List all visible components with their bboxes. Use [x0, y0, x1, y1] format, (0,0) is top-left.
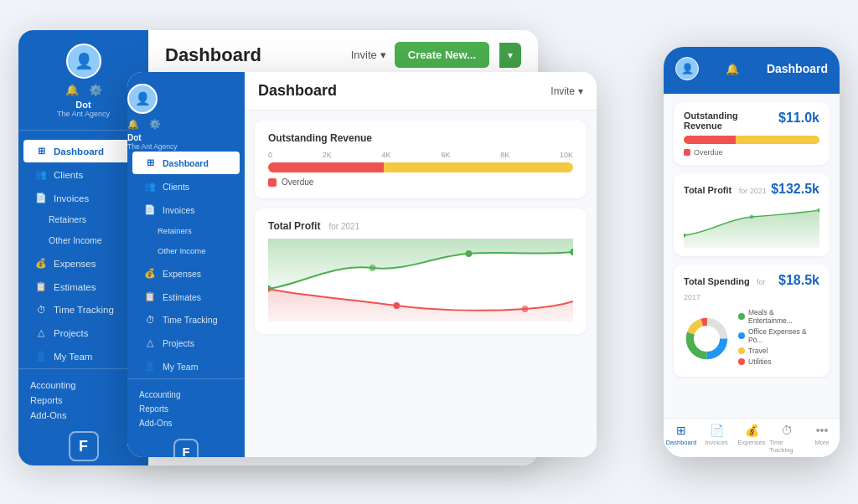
t2-sidebar-item-clients[interactable]: 👥 Clients: [132, 175, 240, 198]
t2-sidebar-item-invoices[interactable]: 📄 Invoices: [132, 198, 240, 221]
t2-bell-icon[interactable]: 🔔: [127, 119, 139, 130]
phone-spending-card: Total Spending for 2017 $18.5k: [674, 265, 830, 377]
t2-overdue-bar: [268, 162, 384, 172]
accounting-link[interactable]: Accounting: [30, 378, 137, 393]
office-label: Office Expenses & Po...: [748, 327, 819, 344]
t2-sidebar-item-time[interactable]: ⏱ Time Tracking: [132, 309, 240, 331]
gear-icon[interactable]: ⚙️: [89, 84, 102, 96]
t2-label-retainers: Retainers: [158, 226, 192, 235]
legend-item-travel: Travel: [738, 347, 819, 355]
t2-revenue-card: Outstanding Revenue 02K4K6K8K10K Overdue: [255, 121, 587, 198]
reports-link[interactable]: Reports: [30, 393, 137, 408]
t2-sidebar-item-dashboard[interactable]: ⊞ Dashboard: [132, 152, 240, 174]
addons-link[interactable]: Add-Ons: [30, 408, 137, 423]
meals-label: Meals & Entertainme...: [748, 308, 819, 325]
t2-user-area: 👤 🔔 ⚙️ Dot The Ant Agency: [127, 84, 245, 151]
phone-revenue-value: $11.0k: [778, 111, 819, 126]
clients-icon: 👥: [35, 169, 47, 180]
t2-addons-link[interactable]: Add-Ons: [139, 416, 233, 430]
sidebar-label-estimates: Estimates: [54, 282, 96, 292]
phone-revenue-bar: [684, 136, 819, 144]
phone-nav-more[interactable]: ••• More: [804, 424, 840, 454]
phone-nav-dashboard[interactable]: ⊞ Dashboard: [664, 424, 699, 454]
phone-profit-year: for 2021: [739, 187, 767, 195]
sidebar-item-expenses[interactable]: 💰 Expenses: [23, 252, 143, 275]
phone-header-icons: 🔔: [726, 63, 739, 75]
dashboard-icon: ⊞: [35, 146, 47, 157]
meals-dot: [738, 313, 745, 320]
scene: 👤 🔔 ⚙️ Dot The Ant Agency ⊞ Dashboard 👥 …: [18, 13, 840, 491]
t2-gear-icon[interactable]: ⚙️: [149, 119, 161, 130]
t2-profit-card: Total Profit for 2021: [255, 208, 587, 334]
t2-sidebar-item-projects[interactable]: △ Projects: [132, 332, 240, 354]
t2-estimates-icon: 📋: [144, 291, 156, 302]
t2-invoices-icon: 📄: [144, 204, 156, 215]
travel-label: Travel: [748, 347, 768, 355]
estimates-icon: 📋: [35, 281, 47, 292]
create-new-dropdown[interactable]: ▾: [499, 43, 521, 68]
t2-invite-button[interactable]: Invite ▾: [550, 85, 583, 97]
phone-spending-header: Total Spending for 2017 $18.5k: [684, 273, 819, 303]
phone-profit-labels: Total Profit for 2021: [684, 182, 767, 197]
chevron-down-icon: ▾: [380, 49, 386, 61]
sidebar-label-retainers: Retainers: [49, 214, 86, 224]
t2-header-actions: Invite ▾: [550, 85, 583, 97]
freshbooks-logo: F: [69, 431, 99, 461]
phone-nav-more-label: More: [814, 439, 829, 446]
t2-sidebar-item-estimates[interactable]: 📋 Estimates: [132, 285, 240, 308]
phone-nav-expenses[interactable]: 💰 Expenses: [734, 424, 769, 454]
sidebar-label-invoices: Invoices: [54, 193, 89, 203]
phone-nav-invoices[interactable]: 📄 Invoices: [699, 424, 734, 454]
t2-label-projects: Projects: [163, 338, 194, 348]
invite-button[interactable]: Invite ▾: [351, 49, 386, 61]
t2-sidebar-nav: ⊞ Dashboard 👥 Clients 📄 Invoices Retaine…: [127, 151, 245, 378]
t2-overdue-dot: [268, 178, 277, 187]
sidebar-item-estimates[interactable]: 📋 Estimates: [23, 275, 143, 298]
phone-profit-header: Total Profit for 2021 $132.5k: [684, 182, 819, 197]
t2-revenue-title: Outstanding Revenue: [268, 132, 372, 144]
phone-bottom-nav: ⊞ Dashboard 📄 Invoices 💰 Expenses ⏱ Time…: [664, 418, 840, 457]
phone-spending-labels: Total Spending for 2017: [684, 273, 778, 303]
t2-sidebar-item-expenses[interactable]: 💰 Expenses: [132, 262, 240, 285]
legend-item-meals: Meals & Entertainme...: [738, 308, 819, 325]
phone-nav-time[interactable]: ⏱ Time Tracking: [769, 424, 804, 454]
sidebar-item-other-income[interactable]: Other Income: [23, 229, 143, 251]
t2-dashboard-icon: ⊞: [144, 157, 156, 168]
sidebar-label-time-tracking: Time Tracking: [54, 305, 114, 315]
t2-sidebar-item-team[interactable]: 👤 My Team: [132, 355, 240, 378]
phone-nav-invoices-icon: 📄: [710, 424, 724, 437]
bell-icon[interactable]: 🔔: [65, 84, 79, 96]
spending-donut: [684, 316, 730, 362]
avatar: 👤: [66, 44, 101, 79]
sidebar-item-retainers[interactable]: Retainers: [23, 208, 143, 230]
svg-point-14: [750, 215, 754, 219]
sidebar-item-dashboard[interactable]: ⊞ Dashboard: [23, 140, 143, 162]
svg-point-8: [370, 265, 376, 271]
sidebar-item-projects[interactable]: △ Projects: [23, 321, 143, 344]
t2-revenue-bar: [268, 162, 573, 172]
sidebar-item-time-tracking[interactable]: ⏱ Time Tracking: [23, 299, 143, 321]
t2-sidebar-item-other[interactable]: Other Income: [132, 240, 240, 261]
phone-nav-time-label: Time Tracking: [769, 439, 804, 454]
t2-revenue-legend: Overdue: [268, 177, 573, 187]
phone-revenue-legend: Overdue: [684, 148, 819, 157]
travel-dot: [738, 347, 745, 354]
office-dot: [738, 332, 745, 339]
t2-sidebar-item-retainers[interactable]: Retainers: [132, 220, 240, 241]
t2-accounting-link[interactable]: Accounting: [139, 388, 233, 402]
create-new-button[interactable]: Create New...: [395, 42, 489, 68]
phone-revenue-title: Outstanding Revenue: [684, 111, 778, 131]
phone-spending-title: Total Spending: [684, 276, 750, 286]
svg-point-12: [522, 306, 529, 312]
t2-reports-link[interactable]: Reports: [139, 402, 233, 416]
sidebar-item-my-team[interactable]: 👤 My Team: [23, 345, 143, 368]
utilities-dot: [738, 358, 745, 365]
sidebar-item-invoices[interactable]: 📄 Invoices: [23, 187, 143, 209]
phone-spending-chart: Meals & Entertainme... Office Expenses &…: [684, 308, 819, 368]
sidebar-label-projects: Projects: [54, 328, 89, 338]
phone-header: 👤 🔔 Dashboard: [664, 47, 840, 94]
phone-bell-icon[interactable]: 🔔: [726, 63, 739, 75]
phone-content: Outstanding Revenue $11.0k Overdue Total…: [664, 94, 840, 418]
time-icon: ⏱: [35, 305, 47, 315]
sidebar-item-clients[interactable]: 👥 Clients: [23, 163, 143, 186]
